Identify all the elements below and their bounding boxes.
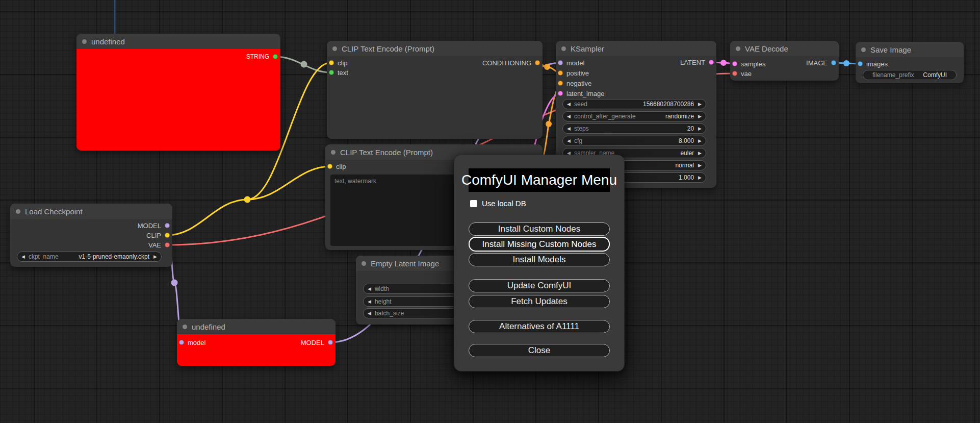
collapse-dot-icon[interactable] <box>332 46 337 51</box>
input-slot-dot-positive[interactable] <box>558 70 563 76</box>
node-vae-decode[interactable]: VAE Decode samples vae IMAGE <box>730 41 839 81</box>
reroute-dot[interactable] <box>171 280 178 286</box>
input-slot-dot-latent-image[interactable] <box>558 91 563 96</box>
widget-cfg[interactable]: ◀ cfg 8.000 ▶ <box>562 136 706 146</box>
widget-next-icon[interactable]: ▶ <box>698 127 702 131</box>
input-slot-dot-model[interactable] <box>558 60 563 65</box>
output-slot-label: MODEL <box>138 222 161 230</box>
input-slot-label: model <box>566 59 584 67</box>
input-slot-dot-clip[interactable] <box>329 60 334 65</box>
widget-seed[interactable]: ◀ seed 156680208700286 ▶ <box>562 99 706 109</box>
comfyui-manager-dialog: ComfyUI Manager Menu Use local DB Instal… <box>454 155 625 371</box>
node-body <box>76 49 280 151</box>
node-load-checkpoint[interactable]: Load Checkpoint MODEL CLIP VAE ◀ ckpt_na… <box>10 204 172 267</box>
widget-label: control_after_generate <box>574 113 636 120</box>
alternatives-of-a1111-button[interactable]: Alternatives of A1111 <box>469 320 610 333</box>
output-slot-label: STRING <box>246 53 269 60</box>
widget-value[interactable]: ComfyUI <box>923 71 947 79</box>
input-slot-dot-samples[interactable] <box>732 61 737 66</box>
widget-label: ckpt_name <box>29 253 59 260</box>
input-slot-dot-text[interactable] <box>329 70 334 75</box>
widget-prev-icon[interactable]: ◀ <box>567 139 571 143</box>
collapse-dot-icon[interactable] <box>362 261 366 266</box>
output-slot-label: CONDITIONING <box>482 59 531 67</box>
reroute-dot[interactable] <box>843 60 849 66</box>
use-local-db-checkbox[interactable] <box>470 200 477 207</box>
output-slot-dot-latent[interactable] <box>709 60 714 65</box>
widget-value[interactable]: randomize <box>665 113 694 120</box>
widget-next-icon[interactable]: ▶ <box>698 114 702 119</box>
widget-next-icon[interactable]: ▶ <box>698 163 702 168</box>
node-title: Empty Latent Image <box>371 259 439 268</box>
widget-next-icon[interactable]: ▶ <box>698 176 702 180</box>
widget-filename-prefix[interactable]: filename_prefix ComfyUI <box>863 70 957 80</box>
output-slot-dot-vae[interactable] <box>165 242 170 247</box>
input-slot-label: clip <box>336 163 346 170</box>
widget-value[interactable]: 156680208700286 <box>643 101 694 108</box>
input-slot-dot-images[interactable] <box>858 61 863 66</box>
output-slot-dot-model[interactable] <box>328 340 333 345</box>
input-slot-dot-negative[interactable] <box>558 81 563 86</box>
node-graph-canvas[interactable]: undefined STRING CLIP Text Encode (Promp… <box>0 0 980 423</box>
collapse-dot-icon[interactable] <box>82 39 87 44</box>
input-slot-label: clip <box>338 59 348 67</box>
node-clip-text-encode-1[interactable]: CLIP Text Encode (Prompt) clip text COND… <box>327 41 543 139</box>
output-slot-dot-conditioning[interactable] <box>535 60 540 65</box>
install-missing-custom-nodes-button[interactable]: Install Missing Custom Nodes <box>469 237 610 252</box>
widget-control-after-generate[interactable]: ◀ control_after_generate randomize ▶ <box>562 111 706 121</box>
input-slot-dot-model[interactable] <box>179 340 184 345</box>
fetch-updates-button[interactable]: Fetch Updates <box>469 295 610 308</box>
widget-value[interactable]: 1.000 <box>679 174 694 181</box>
node-undefined-top[interactable]: undefined STRING <box>76 34 280 151</box>
collapse-dot-icon[interactable] <box>331 150 336 155</box>
widget-label: cfg <box>574 137 582 144</box>
widget-ckpt-name[interactable]: ◀ ckpt_name v1-5-pruned-emaonly.ckpt ▶ <box>17 252 162 262</box>
update-comfyui-button[interactable]: Update ComfyUI <box>469 279 610 292</box>
widget-prev-icon[interactable]: ◀ <box>368 300 371 304</box>
collapse-dot-icon[interactable] <box>861 47 866 52</box>
collapse-dot-icon[interactable] <box>736 46 740 51</box>
widget-value[interactable]: normal <box>675 162 694 169</box>
output-slot-dot-image[interactable] <box>831 60 836 65</box>
node-undefined-bottom[interactable]: undefined model MODEL <box>177 319 336 366</box>
node-save-image[interactable]: Save Image images filename_prefix ComfyU… <box>856 42 964 83</box>
widget-prev-icon[interactable]: ◀ <box>368 287 371 291</box>
collapse-dot-icon[interactable] <box>183 325 187 329</box>
widget-next-icon[interactable]: ▶ <box>698 102 702 107</box>
widget-next-icon[interactable]: ▶ <box>698 151 702 156</box>
reroute-dot[interactable] <box>720 60 727 66</box>
install-models-button[interactable]: Install Models <box>469 253 610 266</box>
widget-value[interactable]: v1-5-pruned-emaonly.ckpt <box>79 253 150 260</box>
output-slot-label: MODEL <box>301 339 324 346</box>
install-custom-nodes-button[interactable]: Install Custom Nodes <box>469 222 610 236</box>
widget-value[interactable]: 8.000 <box>679 137 694 144</box>
node-title: Load Checkpoint <box>25 207 83 216</box>
output-slot-dot-clip[interactable] <box>165 233 170 238</box>
use-local-db-row[interactable]: Use local DB <box>470 199 526 208</box>
widget-label: width <box>375 285 389 292</box>
reroute-dot[interactable] <box>244 196 251 203</box>
collapse-dot-icon[interactable] <box>561 46 566 51</box>
reroute-dot[interactable] <box>546 121 552 127</box>
widget-prev-icon[interactable]: ◀ <box>368 311 371 316</box>
output-slot-dot-model[interactable] <box>165 223 170 228</box>
reroute-dot[interactable] <box>301 61 307 68</box>
close-button[interactable]: Close <box>469 344 610 357</box>
widget-steps[interactable]: ◀ steps 20 ▶ <box>562 123 706 134</box>
widget-prev-icon[interactable]: ◀ <box>567 102 571 107</box>
widget-value[interactable]: euler <box>680 150 694 157</box>
output-slot-dot-string[interactable] <box>273 54 278 59</box>
widget-value[interactable]: 20 <box>687 125 694 132</box>
collapse-dot-icon[interactable] <box>16 209 20 214</box>
widget-prev-icon[interactable]: ◀ <box>21 255 25 259</box>
widget-prev-icon[interactable]: ◀ <box>567 114 571 119</box>
widget-label: height <box>375 298 392 305</box>
widget-prev-icon[interactable]: ◀ <box>567 127 571 131</box>
input-slot-dot-clip[interactable] <box>327 164 332 169</box>
reroute-dot[interactable] <box>544 64 550 70</box>
widget-next-icon[interactable]: ▶ <box>153 255 157 259</box>
node-title: VAE Decode <box>745 44 788 53</box>
output-slot-label: CLIP <box>146 232 161 239</box>
input-slot-dot-vae[interactable] <box>732 71 737 76</box>
widget-next-icon[interactable]: ▶ <box>698 139 702 143</box>
